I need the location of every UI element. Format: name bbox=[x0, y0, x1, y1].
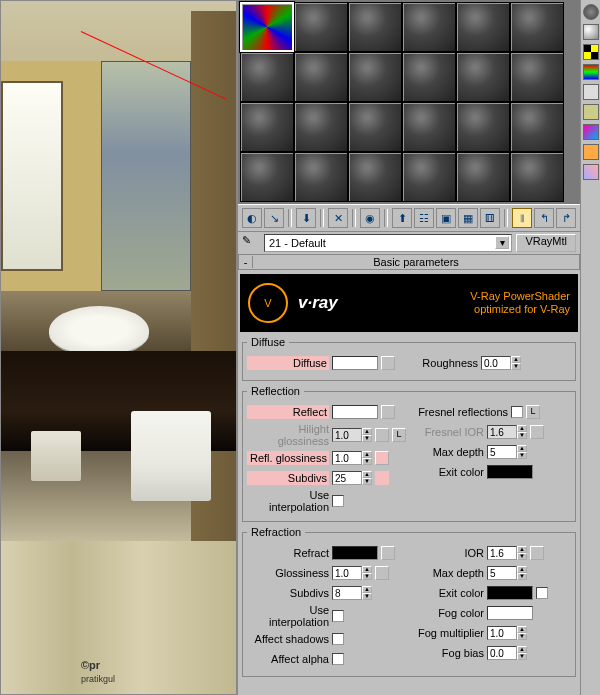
sample-slot-2[interactable] bbox=[294, 2, 348, 52]
sample-slot-18[interactable] bbox=[510, 102, 564, 152]
dice-button[interactable]: ⚅ bbox=[480, 208, 500, 228]
reflect-map-button[interactable] bbox=[381, 405, 395, 419]
assign-button[interactable]: ⬇ bbox=[296, 208, 316, 228]
reflect-color-swatch[interactable] bbox=[332, 405, 378, 419]
refl-gloss-spinner[interactable]: ▲▼ bbox=[332, 451, 372, 465]
show-result-button[interactable]: ▦ bbox=[458, 208, 478, 228]
delete-button[interactable]: ✕ bbox=[328, 208, 348, 228]
sample-slot-12[interactable] bbox=[510, 52, 564, 102]
ior-map-button[interactable] bbox=[530, 546, 544, 560]
sample-slot-22[interactable] bbox=[402, 152, 456, 202]
sample-sphere-icon[interactable] bbox=[583, 4, 599, 20]
refl-maxdepth-input[interactable] bbox=[487, 445, 517, 459]
hilight-gloss-spinner[interactable]: ▲▼ bbox=[332, 428, 372, 442]
sample-slot-24[interactable] bbox=[510, 152, 564, 202]
refl-gloss-map-button[interactable] bbox=[375, 451, 389, 465]
sample-slot-3[interactable] bbox=[348, 2, 402, 52]
refr-maxdepth-input[interactable] bbox=[487, 566, 517, 580]
ior-spinner[interactable]: ▲▼ bbox=[487, 546, 527, 560]
refr-exitcolor-swatch[interactable] bbox=[487, 586, 533, 600]
sample-slot-17[interactable] bbox=[456, 102, 510, 152]
rollout-toggle[interactable]: - bbox=[239, 256, 253, 268]
color-correct-icon[interactable] bbox=[583, 64, 599, 80]
sample-slot-7[interactable] bbox=[240, 52, 294, 102]
fresnel-ior-input[interactable] bbox=[487, 425, 517, 439]
diffuse-color-swatch[interactable] bbox=[332, 356, 378, 370]
fog-mult-spinner[interactable]: ▲▼ bbox=[487, 626, 527, 640]
refr-useinterp-checkbox[interactable] bbox=[332, 610, 344, 622]
backlight-icon[interactable] bbox=[583, 24, 599, 40]
ior-input[interactable] bbox=[487, 546, 517, 560]
fog-bias-spinner[interactable]: ▲▼ bbox=[487, 646, 527, 660]
roughness-input[interactable] bbox=[481, 356, 511, 370]
sample-slot-8[interactable] bbox=[294, 52, 348, 102]
sample-slot-15[interactable] bbox=[348, 102, 402, 152]
material-editor: ◐ ↘ ⬇ ✕ ◉ ⬆ ☷ ▣ ▦ ⚅ ⦀ ↰ ↱ ✎ 21 - Default… bbox=[237, 0, 600, 695]
get-material-button[interactable]: ◐ bbox=[242, 208, 262, 228]
sample-slot-19[interactable] bbox=[240, 152, 294, 202]
refr-gloss-input[interactable] bbox=[332, 566, 362, 580]
refr-subdivs-spinner[interactable]: ▲▼ bbox=[332, 586, 372, 600]
navigate-up-button[interactable]: ↰ bbox=[534, 208, 554, 228]
fresnel-ior-map-button[interactable] bbox=[530, 425, 544, 439]
affect-shadows-checkbox[interactable] bbox=[332, 633, 344, 645]
hilight-gloss-input[interactable] bbox=[332, 428, 362, 442]
refl-exitcolor-swatch[interactable] bbox=[487, 465, 533, 479]
sample-slot-23[interactable] bbox=[456, 152, 510, 202]
refl-gloss-input[interactable] bbox=[332, 451, 362, 465]
custom-icon[interactable] bbox=[583, 104, 599, 120]
video-icon[interactable] bbox=[583, 84, 599, 100]
refr-subdivs-input[interactable] bbox=[332, 586, 362, 600]
eyedrop-icon[interactable]: ✎ bbox=[242, 234, 260, 252]
put-to-library-button[interactable]: ⬆ bbox=[392, 208, 412, 228]
put-to-scene-button[interactable]: ↘ bbox=[264, 208, 284, 228]
fresnel-lock-button[interactable]: L bbox=[526, 405, 540, 419]
fog-mult-input[interactable] bbox=[487, 626, 517, 640]
affect-alpha-checkbox[interactable] bbox=[332, 653, 344, 665]
sample-slot-11[interactable] bbox=[456, 52, 510, 102]
refract-map-button[interactable] bbox=[381, 546, 395, 560]
material-name-dropdown[interactable]: 21 - Default bbox=[264, 234, 512, 252]
navigate-fwd-button[interactable]: ↱ bbox=[556, 208, 576, 228]
fresnel-checkbox[interactable] bbox=[511, 406, 523, 418]
material-type-button[interactable]: VRayMtl bbox=[516, 234, 576, 252]
spin-up[interactable]: ▲ bbox=[511, 356, 521, 363]
sample-slot-14[interactable] bbox=[294, 102, 348, 152]
roughness-spinner[interactable]: ▲▼ bbox=[481, 356, 521, 370]
checker-icon[interactable] bbox=[583, 44, 599, 60]
sample-slot-1[interactable] bbox=[240, 2, 294, 52]
refr-maxdepth-spinner[interactable]: ▲▼ bbox=[487, 566, 527, 580]
effects-button[interactable]: ☷ bbox=[414, 208, 434, 228]
sample-slot-21[interactable] bbox=[348, 152, 402, 202]
sample-slot-20[interactable] bbox=[294, 152, 348, 202]
rollout-basic-parameters[interactable]: - Basic parameters bbox=[238, 254, 580, 270]
refl-subdivs-input[interactable] bbox=[332, 471, 362, 485]
refl-maxdepth-spinner[interactable]: ▲▼ bbox=[487, 445, 527, 459]
sample-slot-5[interactable] bbox=[456, 2, 510, 52]
refl-subdivs-spinner[interactable]: ▲▼ bbox=[332, 471, 372, 485]
sample-slot-9[interactable] bbox=[348, 52, 402, 102]
refr-exitcolor-checkbox[interactable] bbox=[536, 587, 548, 599]
options-button[interactable]: ⦀ bbox=[512, 208, 532, 228]
refract-color-swatch[interactable] bbox=[332, 546, 378, 560]
spin-down[interactable]: ▼ bbox=[511, 363, 521, 370]
sample-slot-16[interactable] bbox=[402, 102, 456, 152]
make-unique-button[interactable]: ◉ bbox=[360, 208, 380, 228]
hilight-gloss-map-button[interactable] bbox=[375, 428, 389, 442]
select-icon[interactable] bbox=[583, 144, 599, 160]
sample-slot-6[interactable] bbox=[510, 2, 564, 52]
show-map-button[interactable]: ▣ bbox=[436, 208, 456, 228]
refr-gloss-map-button[interactable] bbox=[375, 566, 389, 580]
options-icon[interactable] bbox=[583, 124, 599, 140]
diffuse-map-button[interactable] bbox=[381, 356, 395, 370]
fog-color-swatch[interactable] bbox=[487, 606, 533, 620]
sample-slot-4[interactable] bbox=[402, 2, 456, 52]
configure-icon[interactable] bbox=[583, 164, 599, 180]
use-interp-checkbox[interactable] bbox=[332, 495, 344, 507]
fog-bias-input[interactable] bbox=[487, 646, 517, 660]
sample-slot-13[interactable] bbox=[240, 102, 294, 152]
lock-button[interactable]: L bbox=[392, 428, 406, 442]
sample-slot-10[interactable] bbox=[402, 52, 456, 102]
fresnel-ior-spinner[interactable]: ▲▼ bbox=[487, 425, 527, 439]
refr-gloss-spinner[interactable]: ▲▼ bbox=[332, 566, 372, 580]
